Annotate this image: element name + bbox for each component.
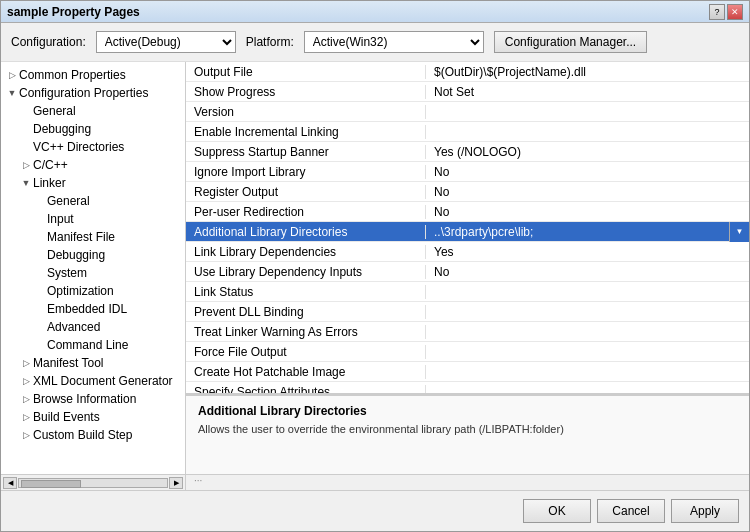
config-manager-button[interactable]: Configuration Manager... <box>494 31 647 53</box>
property-value: Not Set <box>426 85 749 99</box>
property-name: Show Progress <box>186 85 426 99</box>
help-button[interactable]: ? <box>709 4 725 20</box>
property-name: Force File Output <box>186 345 426 359</box>
main-window: sample Property Pages ? ✕ Configuration:… <box>0 0 750 532</box>
property-value: No <box>426 205 749 219</box>
sidebar-item-linker-optimization[interactable]: Optimization <box>1 282 185 300</box>
platform-select[interactable]: Active(Win32) <box>304 31 484 53</box>
property-value: No <box>426 185 749 199</box>
property-row[interactable]: Prevent DLL Binding <box>186 302 749 322</box>
sidebar-item-cpp[interactable]: ▷C/C++ <box>1 156 185 174</box>
property-name: Prevent DLL Binding <box>186 305 426 319</box>
sidebar-item-label: Debugging <box>33 122 181 136</box>
property-name: Enable Incremental Linking <box>186 125 426 139</box>
sidebar-item-linker-input[interactable]: Input <box>1 210 185 228</box>
sidebar-item-browse-information[interactable]: ▷Browse Information <box>1 390 185 408</box>
sidebar-item-vc-directories[interactable]: VC++ Directories <box>1 138 185 156</box>
description-panel: Additional Library Directories Allows th… <box>186 394 749 474</box>
sidebar-item-build-events[interactable]: ▷Build Events <box>1 408 185 426</box>
property-row[interactable]: Additional Library Directories..\3rdpart… <box>186 222 749 242</box>
expander-icon: ▷ <box>19 392 33 406</box>
config-select[interactable]: Active(Debug) <box>96 31 236 53</box>
close-button[interactable]: ✕ <box>727 4 743 20</box>
property-name: Per-user Redirection <box>186 205 426 219</box>
expander-icon: ▷ <box>19 428 33 442</box>
scroll-dots: ··· <box>186 475 210 490</box>
property-value: $(OutDir)\$(ProjectName).dll <box>426 65 749 79</box>
dropdown-button[interactable] <box>729 222 749 242</box>
property-value: Yes (/NOLOGO) <box>426 145 749 159</box>
expander-icon: ▼ <box>19 176 33 190</box>
sidebar-item-label: General <box>47 194 181 208</box>
sidebar-item-linker-embedded-idl[interactable]: Embedded IDL <box>1 300 185 318</box>
scrollbar-track[interactable] <box>18 478 168 488</box>
sidebar-item-linker-manifest[interactable]: Manifest File <box>1 228 185 246</box>
property-name: Specify Section Attributes <box>186 385 426 395</box>
property-row[interactable]: Link Status <box>186 282 749 302</box>
sidebar-item-xml-document-generator[interactable]: ▷XML Document Generator <box>1 372 185 390</box>
property-row[interactable]: Force File Output <box>186 342 749 362</box>
sidebar-scrollbar[interactable]: ◀▶ <box>1 475 186 490</box>
property-row[interactable]: Register OutputNo <box>186 182 749 202</box>
property-name: Output File <box>186 65 426 79</box>
scroll-right-arrow[interactable]: ▶ <box>169 477 183 489</box>
sidebar-item-linker[interactable]: ▼Linker <box>1 174 185 192</box>
property-row[interactable]: Use Library Dependency InputsNo <box>186 262 749 282</box>
property-row[interactable]: Ignore Import LibraryNo <box>186 162 749 182</box>
sidebar-item-configuration-properties[interactable]: ▼Configuration Properties <box>1 84 185 102</box>
property-name: Link Library Dependencies <box>186 245 426 259</box>
property-row[interactable]: Show ProgressNot Set <box>186 82 749 102</box>
property-row[interactable]: Per-user RedirectionNo <box>186 202 749 222</box>
property-name: Create Hot Patchable Image <box>186 365 426 379</box>
property-row[interactable]: Treat Linker Warning As Errors <box>186 322 749 342</box>
apply-button[interactable]: Apply <box>671 499 739 523</box>
expander-icon: ▷ <box>5 68 19 82</box>
sidebar-item-linker-command-line[interactable]: Command Line <box>1 336 185 354</box>
sidebar-item-general[interactable]: General <box>1 102 185 120</box>
property-row[interactable]: Link Library DependenciesYes <box>186 242 749 262</box>
property-value: Yes <box>426 245 749 259</box>
ok-button[interactable]: OK <box>523 499 591 523</box>
property-row[interactable]: Suppress Startup BannerYes (/NOLOGO) <box>186 142 749 162</box>
sidebar-item-label: Manifest File <box>47 230 181 244</box>
sidebar-item-label: Linker <box>33 176 181 190</box>
sidebar-item-linker-advanced[interactable]: Advanced <box>1 318 185 336</box>
property-name: Use Library Dependency Inputs <box>186 265 426 279</box>
property-name: Ignore Import Library <box>186 165 426 179</box>
sidebar-item-label: XML Document Generator <box>33 374 181 388</box>
property-name: Link Status <box>186 285 426 299</box>
property-value: No <box>426 165 749 179</box>
property-row[interactable]: Create Hot Patchable Image <box>186 362 749 382</box>
property-row[interactable]: Output File$(OutDir)\$(ProjectName).dll <box>186 62 749 82</box>
sidebar-item-label: Command Line <box>47 338 181 352</box>
description-text: Allows the user to override the environm… <box>198 422 737 437</box>
scroll-left-arrow[interactable]: ◀ <box>3 477 17 489</box>
sidebar-item-label: C/C++ <box>33 158 181 172</box>
sidebar-item-label: Optimization <box>47 284 181 298</box>
sidebar-item-label: Embedded IDL <box>47 302 181 316</box>
sidebar-item-custom-build-step[interactable]: ▷Custom Build Step <box>1 426 185 444</box>
property-name: Treat Linker Warning As Errors <box>186 325 426 339</box>
sidebar-item-label: VC++ Directories <box>33 140 181 154</box>
sidebar-item-linker-debugging[interactable]: Debugging <box>1 246 185 264</box>
sidebar-item-common-properties[interactable]: ▷Common Properties <box>1 66 185 84</box>
sidebar-item-label: Advanced <box>47 320 181 334</box>
sidebar-item-linker-system[interactable]: System <box>1 264 185 282</box>
sidebar-item-linker-general[interactable]: General <box>1 192 185 210</box>
property-table: Output File$(OutDir)\$(ProjectName).dllS… <box>186 62 749 394</box>
scrollbar-thumb[interactable] <box>21 480 81 488</box>
property-row[interactable]: Enable Incremental Linking <box>186 122 749 142</box>
main-content: ▷Common Properties▼Configuration Propert… <box>1 62 749 474</box>
sidebar-item-label: Build Events <box>33 410 181 424</box>
sidebar-item-manifest-tool[interactable]: ▷Manifest Tool <box>1 354 185 372</box>
sidebar-item-label: Browse Information <box>33 392 181 406</box>
horizontal-scrollbar[interactable]: ◀▶··· <box>1 474 749 490</box>
property-row[interactable]: Version <box>186 102 749 122</box>
expander-icon: ▷ <box>19 158 33 172</box>
cancel-button[interactable]: Cancel <box>597 499 665 523</box>
property-value: No <box>426 265 749 279</box>
sidebar-item-label: Debugging <box>47 248 181 262</box>
property-row[interactable]: Specify Section Attributes <box>186 382 749 394</box>
sidebar-item-debugging[interactable]: Debugging <box>1 120 185 138</box>
property-name: Additional Library Directories <box>186 225 426 239</box>
